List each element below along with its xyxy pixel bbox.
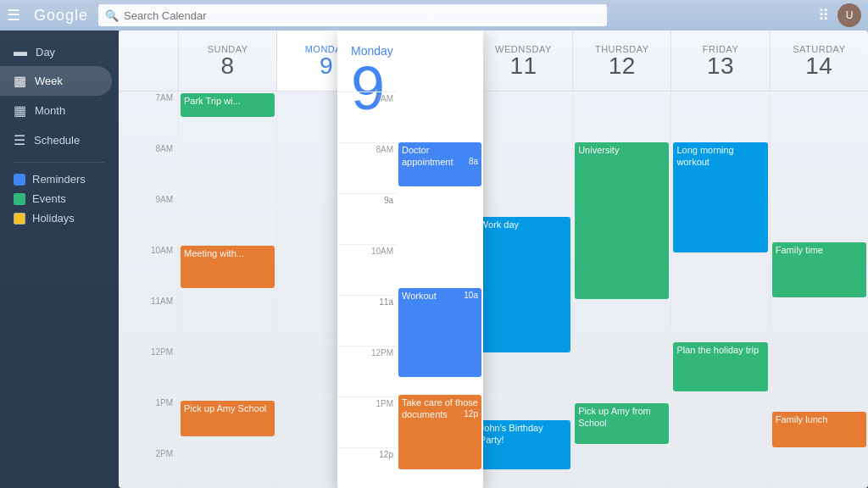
- takecare-time: 12p: [464, 408, 478, 419]
- sidebar-holidays[interactable]: Holidays: [0, 208, 119, 228]
- day-header-fri[interactable]: Friday 13: [670, 30, 769, 91]
- monday-time-col: 7AM 8AM 9a 10AM 11a 12PM 1PM 12p: [337, 92, 397, 488]
- time-8am: 8AM: [119, 142, 178, 193]
- popup-9a-badge: 9a: [384, 196, 393, 205]
- sidebar-reminders[interactable]: Reminders: [0, 169, 119, 189]
- day-header-wed[interactable]: Wednsday 11: [474, 30, 572, 91]
- month-icon: ▦: [14, 103, 26, 119]
- day-header-sat[interactable]: Saturday 14: [770, 30, 868, 91]
- monday-events-area: Doctor appointment 8a Workout 10a Take c…: [397, 92, 483, 488]
- time-2pm: 2PM: [119, 447, 178, 488]
- sidebar-item-month[interactable]: ▦ Month: [0, 96, 112, 125]
- sidebar-events[interactable]: Events: [0, 189, 119, 208]
- event-takecare-mon[interactable]: Take care of those documents 12p: [398, 395, 481, 469]
- day-num-wed: 11: [509, 54, 537, 78]
- popup-time-7am: 7AM: [337, 92, 397, 142]
- time-12pm: 12PM: [119, 346, 178, 396]
- popup-11a-badge: 11a: [379, 297, 393, 307]
- sidebar: ▬ Day ▦ Week ▦ Month ☰ Schedule Reminder…: [0, 30, 119, 488]
- menu-icon[interactable]: ☰: [7, 6, 20, 25]
- doctor-time: 8a: [469, 156, 478, 167]
- event-workout-mon[interactable]: Workout 10a: [398, 288, 481, 377]
- sidebar-label-schedule: Schedule: [34, 134, 80, 147]
- event-university[interactable]: University: [575, 142, 669, 299]
- sidebar-label-month: Month: [35, 104, 65, 117]
- days-col-container: Park Trip wi... Meeting with... Pick up …: [178, 92, 868, 488]
- search-bar[interactable]: 🔍: [98, 4, 607, 26]
- event-long-workout[interactable]: Long morning workout: [673, 142, 767, 252]
- calendar-main: Sunday 8 Monday 9 Tuesday 10 Wednsday 11…: [119, 30, 868, 488]
- time-gutter-header: [119, 30, 178, 91]
- popup-time-1pm: 1PM: [337, 396, 397, 447]
- day-num-sun: 8: [221, 54, 235, 78]
- time-7am: 7AM: [119, 92, 178, 142]
- popup-time-2pm: 12p: [337, 447, 397, 488]
- reminders-label: Reminders: [32, 173, 86, 186]
- day-col-wed[interactable]: Work day John's Birthday Party!: [474, 92, 572, 488]
- popup-12p-badge: 12p: [379, 450, 393, 459]
- day-num-fri: 13: [707, 54, 734, 78]
- doctor-label: Doctor appointment: [402, 145, 453, 167]
- event-park-trip[interactable]: Park Trip wi...: [181, 93, 275, 117]
- apps-icon[interactable]: ⠿: [818, 6, 829, 25]
- event-pickup-sun[interactable]: Pick up Amy School: [181, 401, 275, 436]
- holidays-dot: [14, 213, 25, 225]
- holidays-label: Holidays: [32, 212, 75, 225]
- avatar[interactable]: U: [837, 3, 861, 27]
- event-holiday-trip[interactable]: Plan the holiday trip: [673, 342, 767, 391]
- day-num-sat: 14: [805, 54, 832, 78]
- sidebar-item-day[interactable]: ▬ Day: [0, 37, 112, 66]
- day-col-thu[interactable]: University Pick up Amy from School: [572, 92, 670, 488]
- popup-time-10am: 10AM: [337, 244, 397, 295]
- events-label: Events: [32, 192, 66, 205]
- day-header-sun[interactable]: Sunday 8: [178, 30, 276, 91]
- day-col-sat[interactable]: Family time Family lunch: [770, 92, 868, 488]
- popup-time-12pm: 12PM: [337, 346, 397, 396]
- sidebar-divider: [14, 162, 105, 163]
- popup-time-9am: 9a: [337, 193, 397, 244]
- search-icon: 🔍: [105, 9, 119, 22]
- popup-time-11am: 11a: [337, 295, 397, 346]
- day-header-thu[interactable]: Thursday 12: [572, 30, 670, 91]
- grid-body: 7AM 8AM 9AM 10AM 11AM 12PM 1PM 2PM Park …: [119, 92, 868, 488]
- day-num-mon: 9: [320, 54, 333, 78]
- event-meeting[interactable]: Meeting with...: [181, 246, 275, 288]
- events-dot: [14, 193, 25, 205]
- topbar: ☰ Google 🔍 ⠿ U: [0, 0, 868, 30]
- workout-time: 10a: [464, 290, 478, 301]
- day-col-fri[interactable]: Long morning workout Plan the holiday tr…: [670, 92, 769, 488]
- event-pickup-thu[interactable]: Pick up Amy from School: [575, 403, 669, 444]
- popup-time-8am: 8AM: [337, 142, 397, 193]
- time-col: 7AM 8AM 9AM 10AM 11AM 12PM 1PM 2PM: [119, 92, 178, 488]
- day-icon: ▬: [14, 44, 27, 59]
- search-input[interactable]: [124, 9, 600, 22]
- sidebar-label-week: Week: [35, 75, 63, 87]
- time-1pm: 1PM: [119, 396, 178, 447]
- event-workday[interactable]: Work day: [476, 217, 570, 352]
- monday-card: Monday 9 7AM 8AM 9a 10AM 11a 12PM 1PM 12…: [337, 30, 483, 488]
- topbar-right: ⠿ U: [818, 3, 861, 27]
- event-birthday[interactable]: John's Birthday Party!: [476, 420, 570, 469]
- time-9am: 9AM: [119, 193, 178, 244]
- day-num-thu: 12: [609, 54, 636, 78]
- reminders-dot: [14, 174, 25, 186]
- time-10am: 10AM: [119, 244, 178, 295]
- day-headers: Sunday 8 Monday 9 Tuesday 10 Wednsday 11…: [119, 30, 868, 92]
- event-familytime[interactable]: Family time: [772, 242, 866, 297]
- google-logo: Google: [34, 7, 88, 25]
- event-doctor-mon[interactable]: Doctor appointment 8a: [398, 142, 481, 186]
- sidebar-item-schedule[interactable]: ☰ Schedule: [0, 125, 112, 155]
- schedule-icon: ☰: [14, 132, 25, 148]
- time-11am: 11AM: [119, 295, 178, 346]
- event-family-lunch[interactable]: Family lunch: [772, 412, 866, 447]
- sidebar-item-week[interactable]: ▦ Week: [0, 66, 112, 96]
- sidebar-label-day: Day: [36, 46, 55, 58]
- workout-label: Workout: [402, 291, 437, 301]
- cal-grid: Sunday 8 Monday 9 Tuesday 10 Wednsday 11…: [119, 30, 868, 488]
- week-icon: ▦: [14, 73, 26, 89]
- day-col-sun[interactable]: Park Trip wi... Meeting with... Pick up …: [178, 92, 276, 488]
